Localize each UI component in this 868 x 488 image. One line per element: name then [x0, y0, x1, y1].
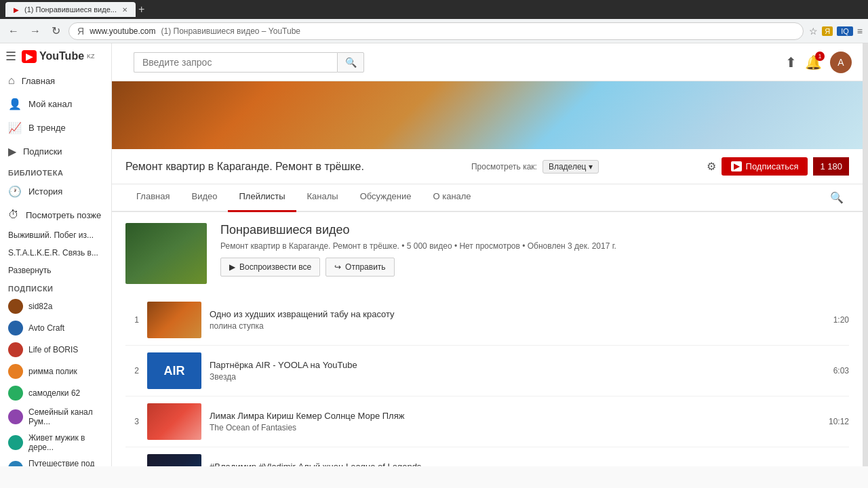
subscriptions-icon: ▶	[8, 145, 16, 158]
subscription-item-semeynyy[interactable]: Семейный канал Рум...	[0, 404, 111, 430]
back-btn[interactable]: ←	[5, 22, 22, 40]
menu-icon[interactable]: ≡	[857, 26, 863, 37]
sub-avatar-samodelki	[8, 386, 23, 401]
search-input[interactable]	[134, 52, 337, 73]
search-button[interactable]: 🔍	[337, 52, 364, 73]
tab-video[interactable]: Видео	[180, 184, 228, 212]
user-avatar[interactable]: А	[830, 52, 852, 73]
playlist-meta: Ремонт квартир в Карагандe. Ремонт в трё…	[220, 241, 849, 251]
subscription-item-sid82a[interactable]: sid82a	[0, 296, 111, 317]
home-icon: ⌂	[8, 75, 15, 87]
notification-bell[interactable]: 🔔 1	[805, 54, 822, 70]
channel-settings-icon[interactable]: ⚙	[707, 160, 716, 173]
sub-avatar-puteshestvie	[8, 461, 23, 466]
video-title-2[interactable]: Партнёрка AIR - YOOLA на YouTube	[210, 360, 825, 370]
playlist-header: Понравившиеся видео Ремонт квартир в Кар…	[112, 212, 863, 295]
video-channel-2[interactable]: Звезда	[210, 372, 825, 382]
share-button[interactable]: ↪ Отправить	[326, 258, 395, 277]
owner-button[interactable]: Владелец ▾	[542, 160, 599, 174]
expand-label: Развернуть	[8, 266, 52, 275]
video-thumbnail-4[interactable]	[147, 454, 201, 466]
video-info-1: Одно из худших извращений табу на красот…	[210, 309, 825, 331]
profile-icon[interactable]: IQ	[837, 26, 853, 36]
sidebar-item-trending[interactable]: 📈 В тренде	[0, 116, 111, 140]
play-icon: ▶	[229, 262, 235, 272]
video-info-2: Партнёрка AIR - YOOLA на YouTube Звезда	[210, 360, 825, 382]
sub-label-semeynyy: Семейный канал Рум...	[28, 407, 103, 426]
yt-header: 🔍 ⬆ 🔔 1 А	[112, 43, 863, 81]
subscriber-count: 1 180	[813, 157, 849, 176]
tab-about[interactable]: О канале	[422, 184, 481, 212]
hamburger-menu[interactable]: ☰	[5, 49, 16, 64]
browser-tab[interactable]: ▶ (1) Понравившиеся виде... ✕	[5, 2, 136, 17]
sidebar-item-stalker[interactable]: S.T.A.L.K.E.R. Связь в...	[0, 244, 111, 262]
sub-label-rimma: римма полик	[28, 367, 77, 376]
subscribe-button[interactable]: ▶ Подписаться	[722, 157, 808, 176]
extensions-icon[interactable]: Я	[822, 26, 833, 36]
tab-discussion[interactable]: Обсуждение	[349, 184, 422, 212]
video-item: 2 AIR Партнёрка AIR - YOOLA на YouTube З…	[125, 346, 849, 396]
scrollbar[interactable]	[863, 43, 868, 466]
sidebar-home-label: Главная	[22, 76, 55, 86]
channel-info: Ремонт квартир в Караганде. Ремонт в трё…	[112, 149, 863, 184]
subscription-item-life-boris[interactable]: Life of BORIS	[0, 339, 111, 361]
video-thumbnail-3[interactable]	[147, 403, 201, 440]
tab-close-btn[interactable]: ✕	[122, 6, 127, 14]
sidebar-item-surviving[interactable]: Выживший. Побег из...	[0, 226, 111, 244]
sub-label-avto-craft: Avto Craft	[28, 323, 64, 333]
upload-icon[interactable]: ⬆	[785, 54, 797, 70]
url-bar[interactable]: Я www.youtube.com (1) Понравившиеся виде…	[68, 22, 804, 40]
new-tab-btn[interactable]: +	[138, 3, 144, 16]
tab-channels[interactable]: Каналы	[296, 184, 349, 212]
owner-dropdown-icon: ▾	[589, 162, 593, 171]
sidebar-item-watch-later[interactable]: ⏱ Посмотреть позже	[0, 203, 111, 226]
url-domain: www.youtube.com	[90, 26, 155, 36]
tab-bar: ▶ (1) Понравившиеся виде... ✕ +	[0, 0, 868, 19]
video-title-1[interactable]: Одно из худших извращений табу на красот…	[210, 309, 825, 319]
notification-count: 1	[815, 52, 825, 61]
stalker-label: S.T.A.L.K.E.R. Связь в...	[8, 248, 98, 258]
yt-icon: ▶	[22, 50, 37, 63]
yt-country: KZ	[87, 53, 95, 60]
video-channel-3[interactable]: The Ocean of Fantasies	[210, 423, 821, 432]
sidebar-item-history[interactable]: 🕐 История	[0, 180, 111, 203]
tab-home[interactable]: Главная	[125, 184, 180, 212]
video-number: 2	[125, 366, 139, 375]
channel-search-icon[interactable]: 🔍	[825, 184, 849, 211]
subscription-item-samodelki[interactable]: самоделки 62	[0, 382, 111, 404]
video-thumbnail-1[interactable]	[147, 302, 201, 338]
sidebar-item-expand[interactable]: Развернуть	[0, 262, 111, 279]
yt-logo-small: ▶	[731, 161, 742, 171]
video-thumbnail-2[interactable]: AIR	[147, 352, 201, 389]
watch-later-icon: ⏱	[8, 209, 19, 221]
playlist-thumbnail	[125, 223, 207, 284]
yandex-icon: Я	[77, 26, 84, 37]
subscription-item-rimma[interactable]: римма полик	[0, 361, 111, 382]
video-channel-1[interactable]: полина ступка	[210, 321, 825, 331]
sub-avatar-semeynyy	[8, 409, 23, 424]
youtube-logo[interactable]: ▶ YouTube KZ	[22, 50, 95, 63]
subscription-item-zhivet[interactable]: Живет мужик в дере...	[0, 430, 111, 455]
video-title-3[interactable]: Лимак Лимра Кириш Кемер Солнце Море Пляж	[210, 411, 821, 421]
subscription-item-avto-craft[interactable]: Avto Craft	[0, 317, 111, 339]
browser-toolbar: ☆ Я IQ ≡	[809, 26, 863, 37]
video-thumb-img-2: AIR	[147, 352, 201, 389]
share-icon: ↪	[334, 262, 341, 272]
yt-header-right: ⬆ 🔔 1 А	[785, 52, 852, 73]
video-item: 3 Лимак Лимра Кириш Кемер Солнце Море Пл…	[125, 396, 849, 447]
sidebar-history-label: История	[28, 186, 62, 197]
sidebar-item-subscriptions[interactable]: ▶ Подписки	[0, 140, 111, 163]
video-duration-1: 1:20	[833, 315, 849, 325]
bookmark-icon[interactable]: ☆	[809, 26, 818, 37]
subscription-item-puteshestvie[interactable]: Путешествие под мы...	[0, 455, 111, 466]
video-number: 3	[125, 417, 139, 426]
video-title-4[interactable]: #Владимир #Vladimir Алый жнец League of …	[210, 462, 821, 466]
sidebar-item-home[interactable]: ⌂ Главная	[0, 69, 111, 92]
sub-avatar-zhivet	[8, 435, 23, 450]
play-all-button[interactable]: ▶ Воспроизвести все	[220, 258, 320, 277]
forward-btn[interactable]: →	[27, 22, 43, 40]
sub-label-zhivet: Живет мужик в дере...	[28, 433, 103, 452]
tab-playlists[interactable]: Плейлисты	[228, 184, 296, 212]
sidebar-item-my-channel[interactable]: 👤 Мой канал	[0, 92, 111, 116]
refresh-btn[interactable]: ↻	[49, 22, 63, 40]
